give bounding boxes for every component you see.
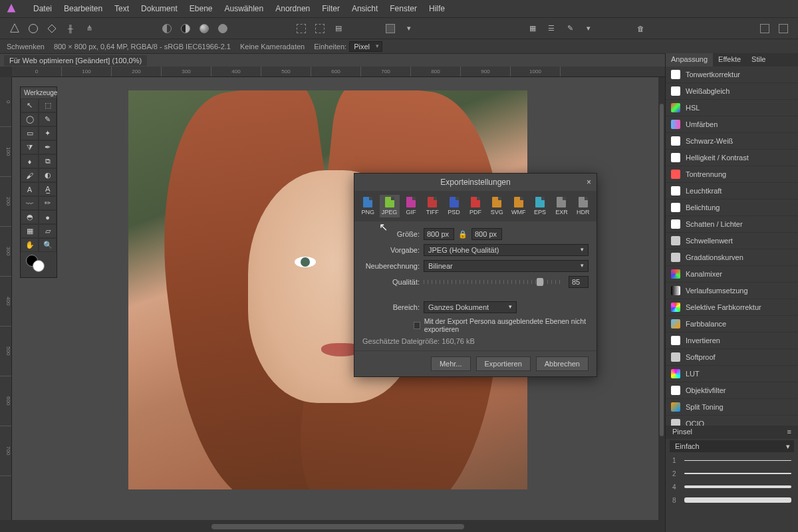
height-input[interactable]: 800 px	[471, 228, 502, 240]
adjustment-item[interactable]: Weißabgleich	[666, 83, 798, 100]
align-icon[interactable]: ☰	[545, 22, 558, 35]
menu-hilfe[interactable]: Hilfe	[429, 4, 445, 13]
fill-tool[interactable]: ◓	[21, 210, 39, 224]
persona-develop-icon[interactable]	[45, 22, 59, 35]
menu-filter[interactable]: Filter	[322, 4, 340, 13]
selection-marquee-icon[interactable]	[295, 22, 308, 35]
adjustment-item[interactable]: Belichtung	[666, 200, 798, 216]
text-tool[interactable]: A	[21, 182, 39, 196]
frame-text-tool[interactable]: A̲	[39, 182, 57, 196]
trash-icon[interactable]: 🗑	[634, 22, 647, 35]
gradient-tool[interactable]: ●	[39, 210, 57, 224]
adjustment-item[interactable]: Objektivfilter	[666, 382, 798, 399]
adjustment-item[interactable]: HSL	[666, 100, 798, 116]
grid-icon[interactable]: ▦	[526, 22, 539, 35]
mesh-tool[interactable]: ▦	[21, 224, 39, 238]
format-jpeg[interactable]: JPEG	[380, 195, 400, 217]
horizontal-scrollbar[interactable]	[12, 521, 665, 532]
persona-liquify-icon[interactable]	[27, 22, 40, 35]
marquee-tool[interactable]: ▭	[21, 126, 39, 140]
shape-tool[interactable]: ♦	[21, 154, 39, 168]
quality-slider[interactable]	[424, 280, 561, 284]
format-exr[interactable]: EXR	[551, 195, 571, 217]
adjustment-item[interactable]: Umfärben	[666, 116, 798, 133]
pencil-tool[interactable]: ✏	[39, 196, 57, 210]
menu-ebene[interactable]: Ebene	[190, 4, 213, 13]
format-pdf[interactable]: PDF	[466, 195, 485, 217]
format-wmf[interactable]: WMF	[509, 195, 529, 217]
vertical-scrollbar[interactable]	[658, 77, 665, 521]
assistant-drop-icon[interactable]: ▾	[582, 22, 595, 35]
blend-mode-icon[interactable]	[160, 22, 174, 35]
crop-tool[interactable]: ⧩	[21, 140, 39, 154]
format-hdr[interactable]: HDR	[573, 195, 593, 217]
persona-photo-icon[interactable]	[8, 22, 21, 35]
adjustment-item[interactable]: Farbbalance	[666, 316, 798, 332]
adjustment-item[interactable]: Invertieren	[666, 332, 798, 349]
document-tab[interactable]: Für Web optimieren [Geändert] (100,0%)	[4, 55, 147, 66]
lock-aspect-icon[interactable]: 🔒	[458, 230, 467, 239]
menu-auswaehlen[interactable]: Auswählen	[224, 4, 263, 13]
brush-row[interactable]: 4	[666, 480, 798, 493]
format-gif[interactable]: GIF	[401, 195, 421, 217]
clone-tool[interactable]: ⧉	[39, 154, 57, 168]
fill-icon[interactable]	[216, 22, 229, 35]
adjustment-item[interactable]: Gradationskurven	[666, 249, 798, 266]
menu-anordnen[interactable]: Anordnen	[275, 4, 310, 13]
area-select[interactable]: Ganzes Dokument	[424, 301, 517, 313]
snapping-icon[interactable]	[384, 22, 397, 35]
lasso-tool[interactable]: ◯	[21, 112, 39, 126]
pen-tool[interactable]: ✒	[39, 140, 57, 154]
layout-1-icon[interactable]	[758, 22, 771, 35]
adjustment-item[interactable]: LUT	[666, 366, 798, 382]
adjustment-item[interactable]: Split Toning	[666, 399, 798, 416]
tab-effekte[interactable]: Effekte	[713, 53, 746, 66]
menu-bearbeiten[interactable]: Bearbeiten	[64, 4, 102, 13]
menu-fenster[interactable]: Fenster	[390, 4, 417, 13]
cancel-button[interactable]: Abbrechen	[536, 356, 589, 371]
width-input[interactable]: 800 px	[424, 228, 454, 240]
gradient-icon[interactable]	[198, 22, 211, 35]
node-tool[interactable]: ⬚	[39, 98, 57, 112]
adjustment-item[interactable]: Schwarz-Weiß	[666, 133, 798, 150]
selection-add-icon[interactable]	[313, 22, 327, 35]
paint-tool[interactable]: 🖌	[21, 168, 39, 182]
format-psd[interactable]: PSD	[444, 195, 464, 217]
more-button[interactable]: Mehr...	[431, 356, 471, 371]
units-select[interactable]: Pixel	[349, 41, 382, 52]
adjustment-item[interactable]: Helligkeit / Kontrast	[666, 150, 798, 166]
background-color[interactable]	[33, 260, 45, 272]
brush-row[interactable]: 8	[666, 493, 798, 507]
perspective-tool[interactable]: ▱	[39, 224, 57, 238]
dialog-close-icon[interactable]: ×	[587, 178, 591, 187]
brush-panel-menu-icon[interactable]: ≡	[787, 428, 791, 437]
contrast-icon[interactable]	[179, 22, 192, 35]
adjustment-item[interactable]: OCIO	[666, 416, 798, 426]
format-tiff[interactable]: TIFF	[422, 195, 442, 217]
zoom-tool[interactable]: 🔍	[39, 238, 57, 252]
layout-2-icon[interactable]	[777, 22, 790, 35]
adjustment-item[interactable]: Softproof	[666, 349, 798, 366]
quick-mask-icon[interactable]: ▤	[332, 22, 345, 35]
wand-tool[interactable]: ✦	[39, 126, 57, 140]
adjustment-item[interactable]: Verlaufsumsetzung	[666, 283, 798, 299]
menu-datei[interactable]: Datei	[33, 4, 52, 13]
brush-category-select[interactable]: Einfach	[670, 440, 794, 452]
adjustment-item[interactable]: Tontrennung	[666, 166, 798, 183]
tab-stile[interactable]: Stile	[746, 53, 771, 66]
format-png[interactable]: PNG	[358, 195, 378, 217]
adjustment-item[interactable]: Kanalmixer	[666, 266, 798, 283]
adjustment-item[interactable]: Schatten / Lichter	[666, 216, 798, 233]
hidden-layers-checkbox[interactable]	[414, 322, 420, 329]
adjustment-item[interactable]: Schwellenwert	[666, 233, 798, 249]
export-button[interactable]: Exportieren	[476, 356, 531, 371]
persona-export-icon[interactable]: ⋔	[82, 22, 96, 35]
tab-anpassung[interactable]: Anpassung	[666, 53, 713, 66]
brush-row[interactable]: 2	[666, 467, 798, 480]
move-tool[interactable]: ↖	[21, 98, 39, 112]
preset-select[interactable]: JPEG (Hohe Qualität)	[424, 244, 589, 256]
resample-select[interactable]: Bilinear	[424, 260, 589, 272]
color-swatches[interactable]	[23, 255, 54, 275]
quality-input[interactable]: 85	[569, 276, 589, 288]
menu-dokument[interactable]: Dokument	[141, 4, 178, 13]
